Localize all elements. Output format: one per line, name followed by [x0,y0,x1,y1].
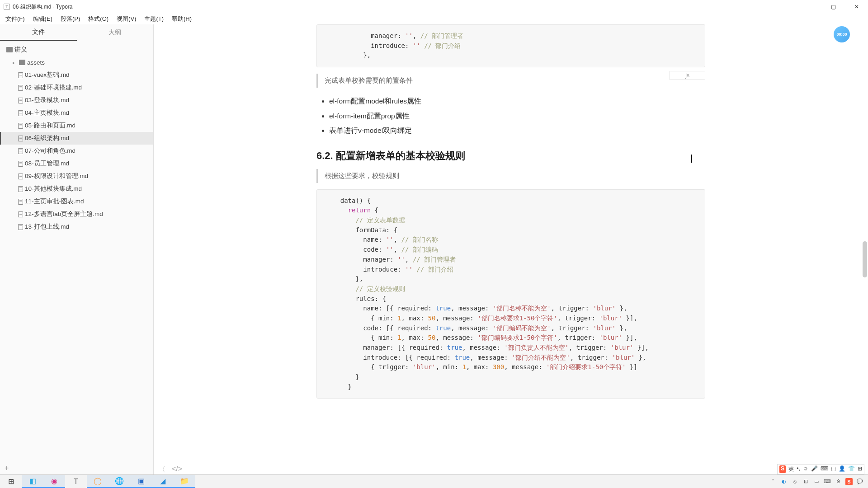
folder-icon [19,60,25,65]
tray-expand-icon[interactable]: ˄ [769,478,777,485]
window-title: 06-组织架构.md - Typora [13,3,72,11]
menu-paragraph[interactable]: 段落(P) [58,14,83,24]
file-icon [18,186,23,192]
ime-keyboard-icon[interactable]: ⌨ [821,465,828,473]
menubar: 文件(F) 编辑(E) 段落(P) 格式(O) 视图(V) 主题(T) 帮助(H… [0,14,868,24]
tree-file[interactable]: 10-其他模块集成.md [0,183,153,195]
tree-file[interactable]: 09-权限设计和管理.md [0,170,153,183]
folder-icon [6,47,13,52]
tray-icon[interactable]: ◐ [780,478,788,485]
tree-file[interactable]: 01-vuex基础.md [0,69,153,81]
close-button[interactable]: ✕ [849,2,864,11]
file-icon [18,211,23,217]
file-icon [18,72,23,78]
tray-notification-icon[interactable]: 💬 [856,478,863,485]
tree-file[interactable]: 04-主页模块.md [0,107,153,119]
file-icon [18,136,23,141]
taskbar-app-explorer[interactable]: 📁 [174,475,195,488]
tree-file[interactable]: 02-基础环境搭建.md [0,81,153,94]
tree-file[interactable]: 13-打包上线.md [0,221,153,233]
chevron-right-icon: ▸ [13,60,17,65]
taskbar-app-vscode[interactable]: ◢ [152,475,174,488]
taskbar-app-powershell[interactable]: ▣ [130,475,152,488]
ime-user-icon[interactable]: 👤 [839,465,845,473]
list-item[interactable]: el-form-item配置prop属性 [329,109,705,124]
tree-label: 讲义 [14,46,27,54]
tree-file[interactable]: 12-多语言tab页全屏主题.md [0,208,153,221]
tree-label: 09-权限设计和管理.md [25,172,88,180]
tray-icon[interactable]: ⎋ [791,478,798,485]
tree-label: 12-多语言tab页全屏主题.md [25,210,103,218]
minimize-button[interactable]: — [802,2,817,11]
maximize-button[interactable]: ▢ [826,2,841,11]
source-mode-button[interactable]: </> [172,465,182,474]
start-button[interactable]: ⊞ [0,475,22,488]
ime-pad-icon[interactable]: ⬚ [831,465,836,473]
ime-voice-icon[interactable]: 🎤 [811,465,818,473]
ime-lang[interactable]: 英 [788,465,794,473]
tree-file[interactable]: 03-登录模块.md [0,94,153,107]
blockquote[interactable]: 根据这些要求，校验规则 [316,169,705,183]
tree-root[interactable]: 讲义 [0,43,153,56]
taskbar-app-typora[interactable]: T [65,475,87,488]
blockquote[interactable]: 完成表单校验需要的前置条件 [316,74,705,88]
taskbar-app[interactable]: ◯ [87,475,108,488]
ime-tool-icon[interactable]: ⊞ [858,465,862,473]
tree-file[interactable]: 06-组织架构.md [0,132,153,145]
tree-file[interactable]: 07-公司和角色.md [0,145,153,157]
code-block-top[interactable]: manager: '', // 部门管理者 introduce: '' // 部… [316,24,705,67]
file-icon [18,174,23,179]
list-item[interactable]: el-form配置model和rules属性 [329,94,705,109]
file-icon [18,110,23,116]
menu-theme[interactable]: 主题(T) [142,14,166,24]
tab-files[interactable]: 文件 [0,24,77,41]
list-item[interactable]: 表单进行v-model双向绑定 [329,123,705,138]
tree-file[interactable]: 08-员工管理.md [0,157,153,170]
tab-outline[interactable]: 大纲 [77,24,154,41]
ime-emoji-icon[interactable]: ☺ [803,465,808,473]
file-icon [18,199,23,205]
tree-label: 02-基础环境搭建.md [25,84,82,92]
app-icon: T [4,4,10,10]
tray-icon[interactable]: ⊡ [802,478,809,485]
tree-label: assets [27,59,45,66]
tree-label: 04-主页模块.md [25,109,69,117]
timer-badge[interactable]: 00:00 [834,26,850,42]
sidebar-add-button[interactable]: + [0,462,153,474]
menu-view[interactable]: 视图(V) [114,14,139,24]
tray-icon[interactable]: ※ [835,478,842,485]
taskbar: ⊞ ◧ ◉ T ◯ 🌐 ▣ ◢ 📁 ˄ ◐ ⎋ ⊡ ▭ ⌨ ※ S 💬 [0,474,868,488]
titlebar: T 06-组织架构.md - Typora — ▢ ✕ [0,0,868,14]
code-block-rules[interactable]: data() { return { // 定义表单数据 formData: { … [316,189,705,399]
file-icon [18,98,23,103]
tree-folder[interactable]: ▸ assets [0,56,153,69]
tree-file[interactable]: 11-主页审批-图表.md [0,195,153,208]
file-icon [18,161,23,167]
bullet-list[interactable]: el-form配置model和rules属性 el-form-item配置pro… [316,94,705,138]
tree-label: 11-主页审批-图表.md [25,197,84,206]
ime-skin-icon[interactable]: 👕 [848,465,855,473]
menu-format[interactable]: 格式(O) [85,14,111,24]
section-heading[interactable]: 6.2. 配置新增表单的基本校验规则 [316,149,705,163]
editor-content[interactable]: manager: '', // 部门管理者 introduce: '' // 部… [154,24,868,474]
taskbar-app-chrome[interactable]: 🌐 [108,475,130,488]
tray-keyboard-icon[interactable]: ⌨ [824,478,831,485]
taskbar-app[interactable]: ◉ [43,475,65,488]
back-button[interactable]: 〈 [158,465,165,474]
taskbar-app[interactable]: ◧ [22,475,43,488]
menu-file[interactable]: 文件(F) [3,14,28,24]
scrollbar-thumb[interactable] [863,241,867,277]
tray-sogou-icon[interactable]: S [845,478,853,485]
ime-toolbar[interactable]: S 英 •, ☺ 🎤 ⌨ ⬚ 👤 👕 ⊞ [777,464,864,474]
menu-edit[interactable]: 编辑(E) [30,14,55,24]
file-icon [18,123,23,129]
sidebar: 文件 大纲 讲义 ▸ assets 01-vuex基础.md02-基础环境搭建.… [0,24,154,474]
menu-help[interactable]: 帮助(H) [169,14,194,24]
tree-file[interactable]: 05-路由和页面.md [0,119,153,132]
ime-logo-icon[interactable]: S [779,465,786,473]
ime-punct[interactable]: •, [797,465,800,473]
tray-battery-icon[interactable]: ▭ [813,478,820,485]
tree-label: 03-登录模块.md [25,96,69,104]
tree-label: 05-路由和页面.md [25,122,75,130]
text-cursor [691,155,692,163]
